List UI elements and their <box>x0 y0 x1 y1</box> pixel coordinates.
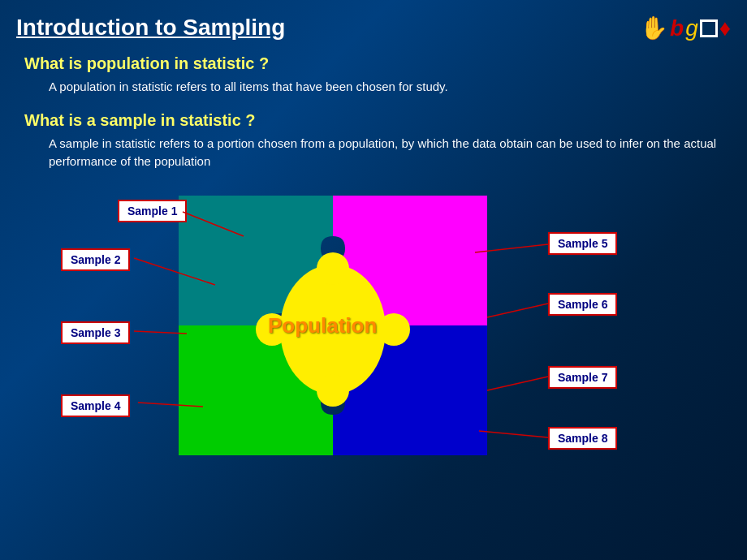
logo-g: g <box>685 15 698 41</box>
sample-3-label: Sample 3 <box>61 321 130 344</box>
population-label: Population <box>268 313 377 338</box>
logo-b: b <box>670 15 684 41</box>
logo-hand-icon: ✋ <box>640 15 668 41</box>
svg-point-3 <box>378 313 410 346</box>
sample-2-label: Sample 2 <box>61 248 130 271</box>
sample-5-label: Sample 5 <box>548 232 617 255</box>
logo-box-icon <box>700 19 718 37</box>
svg-point-1 <box>317 252 349 285</box>
svg-line-12 <box>479 431 548 437</box>
sample-body: A sample in statistic refers to a portio… <box>0 133 747 179</box>
logo: ✋ b g ♦ <box>640 15 731 41</box>
svg-point-4 <box>317 374 349 407</box>
sample-4-label: Sample 4 <box>61 394 130 417</box>
sample-heading: What is a sample in statistic ? <box>0 105 747 133</box>
page-title: Introduction to Sampling <box>16 15 285 41</box>
diagram-area: Population Sample 1 Sample 2 Sample 3 Sa… <box>16 187 731 480</box>
svg-line-10 <box>487 304 548 317</box>
sample-1-label: Sample 1 <box>118 200 187 222</box>
logo-diamond-icon: ♦ <box>719 15 731 41</box>
sample-8-label: Sample 8 <box>548 427 617 450</box>
sample-6-label: Sample 6 <box>548 293 617 316</box>
sample-7-label: Sample 7 <box>548 366 617 389</box>
header: Introduction to Sampling ✋ b g ♦ <box>0 0 747 48</box>
population-heading: What is population in statistic ? <box>0 48 747 76</box>
population-body: A population in statistic refers to all … <box>0 76 747 105</box>
svg-line-11 <box>487 377 548 390</box>
